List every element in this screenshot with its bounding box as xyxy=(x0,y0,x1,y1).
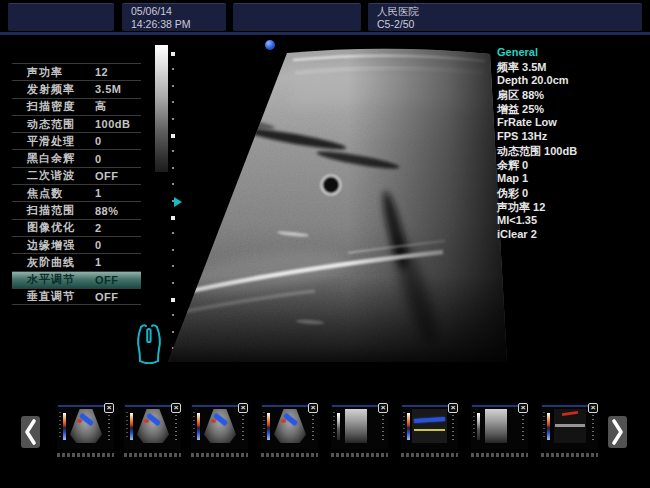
body-mark-abdomen-icon[interactable] xyxy=(132,322,166,364)
info-line: 增益 25% xyxy=(497,102,649,116)
info-line: Depth 20.0cm xyxy=(497,74,649,88)
parameter-menu-item[interactable]: 扫描密度 高 xyxy=(12,98,141,115)
thumbnail-left-text xyxy=(193,412,195,440)
thumbnail-close-icon[interactable]: × xyxy=(378,403,388,413)
parameter-label: 声功率 xyxy=(27,65,95,80)
header-datetime-section: 05/06/14 14:26:38 PM xyxy=(122,3,226,31)
thumbnail-right-text xyxy=(382,411,384,441)
thumbnail-close-icon[interactable]: × xyxy=(588,403,598,413)
thumbnails-next-button[interactable] xyxy=(608,416,627,448)
doppler-red-flow xyxy=(77,419,82,423)
parameter-value: 12 xyxy=(95,66,108,78)
parameter-menu-item[interactable]: 声功率 12 xyxy=(12,63,141,80)
clip-thumbnail[interactable]: × xyxy=(124,403,181,449)
ultrasound-app-screen: 05/06/14 14:26:38 PM 人民医院 C5-2/50 声功率 12… xyxy=(0,0,650,488)
thumbnail-close-icon[interactable]: × xyxy=(238,403,248,413)
mmode-blue-trace xyxy=(414,417,445,423)
thumbnail-left-text xyxy=(59,412,61,440)
thumbnail-image xyxy=(554,409,586,443)
thumbnail-colorbar xyxy=(407,413,410,440)
clip-thumbnail-strip: × × xyxy=(57,403,608,449)
hospital-name: 人民医院 xyxy=(377,5,642,18)
probe-model: C5-2/50 xyxy=(377,18,642,31)
parameter-value: 88% xyxy=(95,205,119,217)
sector-fan xyxy=(143,38,515,368)
thumbnail-right-text xyxy=(242,411,244,441)
info-line: 动态范围 100dB xyxy=(497,144,649,158)
thumbnail-colorbar xyxy=(197,413,200,440)
info-line: 频率 3.5M xyxy=(497,60,649,74)
parameter-value: 3.5M xyxy=(95,83,121,95)
clip-thumbnail[interactable]: × xyxy=(331,403,388,449)
parameter-menu-item[interactable]: 扫描范围 88% xyxy=(12,201,141,218)
doppler-red-flow xyxy=(144,419,149,423)
header-divider xyxy=(0,32,650,35)
parameter-value: 2 xyxy=(95,222,102,234)
thumbnail-image xyxy=(412,409,447,443)
parameter-menu-item[interactable]: 焦点数 1 xyxy=(12,184,141,201)
thumbnail-close-icon[interactable]: × xyxy=(518,403,528,413)
header-empty-section xyxy=(233,3,361,31)
thumbnails-prev-button[interactable] xyxy=(21,416,40,448)
parameter-label: 焦点数 xyxy=(27,186,95,201)
header-patient-section xyxy=(8,3,114,31)
parameter-label: 扫描密度 xyxy=(27,99,95,114)
clip-thumbnail[interactable]: × xyxy=(541,403,598,449)
spectral-red-trace xyxy=(562,411,578,416)
thumbnail-colorbar xyxy=(130,413,133,440)
info-line: FrRate Low xyxy=(497,116,649,130)
parameter-menu: 声功率 12 发射频率 3.5M 扫描密度 高 动态范围 100dB 平滑处理 … xyxy=(12,63,141,305)
thumbnail-colorbar xyxy=(63,413,66,440)
thumbnail-right-text xyxy=(452,411,454,441)
thumbnail-caption xyxy=(541,453,598,457)
clip-thumbnail[interactable]: × xyxy=(401,403,458,449)
clip-thumbnail[interactable]: × xyxy=(57,403,114,449)
thumbnail-caption xyxy=(331,453,388,457)
parameter-menu-item[interactable]: 二次谐波 OFF xyxy=(12,167,141,184)
parameter-menu-item[interactable]: 动态范围 100dB xyxy=(12,115,141,132)
chevron-right-icon xyxy=(608,416,627,448)
parameter-value: OFF xyxy=(95,291,119,303)
parameter-label: 动态范围 xyxy=(27,117,95,132)
clip-thumbnail[interactable]: × xyxy=(471,403,528,449)
thumbnail-right-text xyxy=(108,411,110,441)
thumbnail-close-icon[interactable]: × xyxy=(104,403,114,413)
parameter-label: 水平调节 xyxy=(27,272,95,287)
parameter-value: 0 xyxy=(95,135,102,147)
clip-thumbnail[interactable]: × xyxy=(191,403,248,449)
parameter-menu-item[interactable]: 边缘增强 0 xyxy=(12,236,141,253)
thumbnail-left-text xyxy=(543,412,545,440)
thumbnail-left-text xyxy=(473,412,475,440)
thumbnail-close-icon[interactable]: × xyxy=(448,403,458,413)
parameter-menu-item[interactable]: 平滑处理 0 xyxy=(12,132,141,149)
parameter-label: 发射频率 xyxy=(27,82,95,97)
thumbnail-caption xyxy=(401,453,458,457)
parameter-menu-item[interactable]: 垂直调节 OFF xyxy=(12,288,141,305)
header-time: 14:26:38 PM xyxy=(131,18,226,31)
parameter-value: 1 xyxy=(95,256,102,268)
doppler-red-flow xyxy=(281,419,286,423)
thumbnail-close-icon[interactable]: × xyxy=(171,403,181,413)
clip-thumbnail[interactable]: × xyxy=(261,403,318,449)
thumbnail-colorbar xyxy=(267,413,270,440)
thumbnail-close-icon[interactable]: × xyxy=(308,403,318,413)
parameter-value: 100dB xyxy=(95,118,131,130)
thumbnail-caption xyxy=(261,453,318,457)
thumbnail-caption xyxy=(57,453,114,457)
parameter-value: 0 xyxy=(95,153,102,165)
parameter-menu-item[interactable]: 图像优化 2 xyxy=(12,219,141,236)
parameter-value: OFF xyxy=(95,274,119,286)
parameter-value: 1 xyxy=(95,187,102,199)
parameter-menu-item[interactable]: 水平调节 OFF xyxy=(12,271,141,288)
ultrasound-image xyxy=(143,38,515,368)
thumbnail-right-text xyxy=(312,411,314,441)
parameter-value: 0 xyxy=(95,239,102,251)
parameter-menu-item[interactable]: 黑白余辉 0 xyxy=(12,149,141,166)
thumbnail-caption xyxy=(471,453,528,457)
thumbnail-colorbar xyxy=(547,413,550,440)
parameter-menu-item[interactable]: 灰阶曲线 1 xyxy=(12,253,141,270)
header-date: 05/06/14 xyxy=(131,5,226,18)
info-line: 扇区 88% xyxy=(497,88,649,102)
info-line: iClear 2 xyxy=(497,228,649,242)
parameter-menu-item[interactable]: 发射频率 3.5M xyxy=(12,80,141,97)
